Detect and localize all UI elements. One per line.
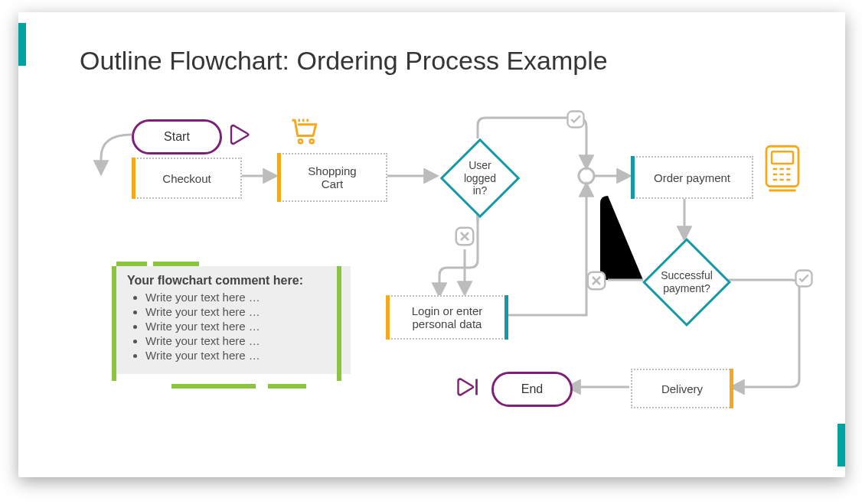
delivery-node: Delivery — [631, 369, 733, 408]
accent-bar — [504, 295, 508, 340]
comment-item: Write your text here … — [145, 320, 340, 333]
slide: Outline Flowchart: Ordering Process Exam… — [18, 12, 845, 477]
shopping-cart-label: Shopping Cart — [308, 164, 356, 190]
delivery-label: Delivery — [661, 382, 703, 395]
comment-list: Write your text here … Write your text h… — [127, 291, 340, 362]
accent-right — [838, 424, 845, 467]
check-icon — [793, 268, 815, 289]
page-title: Outline Flowchart: Ordering Process Exam… — [80, 46, 608, 76]
x-icon — [453, 225, 476, 248]
end-node: End — [491, 372, 573, 407]
cart-icon — [288, 115, 322, 148]
start-node: Start — [132, 119, 222, 154]
play-icon — [227, 121, 254, 148]
comment-item: Write your text here … — [145, 349, 340, 362]
green-deco — [268, 384, 306, 389]
shopping-cart-node: Shopping Cart — [277, 153, 387, 202]
end-label: End — [521, 382, 543, 396]
accent-left — [18, 23, 26, 66]
stop-icon — [455, 373, 482, 401]
svg-rect-6 — [772, 151, 793, 164]
order-payment-label: Order payment — [654, 171, 730, 184]
login-label: Login or enter personal data — [412, 304, 483, 330]
accent-bar — [631, 156, 635, 199]
comment-item: Write your text here … — [145, 305, 340, 318]
green-deco — [171, 384, 256, 389]
svg-point-2 — [310, 139, 314, 143]
comment-box: Your flowchart comment here: Write your … — [116, 266, 351, 374]
terminal-icon — [761, 142, 804, 196]
svg-point-0 — [579, 168, 594, 184]
green-deco — [153, 262, 199, 266]
comment-item: Write your text here … — [145, 334, 340, 347]
green-deco — [116, 262, 147, 266]
user-logged-node: User logged in? — [440, 138, 521, 219]
checkout-label: Checkout — [162, 172, 211, 185]
check-icon — [565, 109, 586, 130]
accent-bar — [277, 153, 281, 202]
comment-item: Write your text here … — [145, 291, 340, 304]
start-label: Start — [164, 130, 190, 144]
comment-header: Your flowchart comment here: — [127, 274, 340, 288]
green-deco — [337, 266, 341, 381]
order-payment-node: Order payment — [631, 156, 753, 199]
accent-bar — [386, 295, 390, 340]
svg-point-1 — [299, 139, 302, 143]
green-deco — [112, 266, 116, 381]
accent-bar — [730, 369, 733, 408]
x-icon — [585, 269, 608, 292]
accent-bar — [132, 158, 136, 199]
login-node: Login or enter personal data — [386, 295, 508, 340]
checkout-node: Checkout — [132, 158, 242, 199]
successful-payment-node: Successful payment? — [642, 238, 731, 327]
successful-payment-label: Successful payment? — [661, 269, 713, 295]
user-logged-label: User logged in? — [464, 159, 496, 197]
stage: Outline Flowchart: Ordering Process Exam… — [0, 0, 862, 504]
